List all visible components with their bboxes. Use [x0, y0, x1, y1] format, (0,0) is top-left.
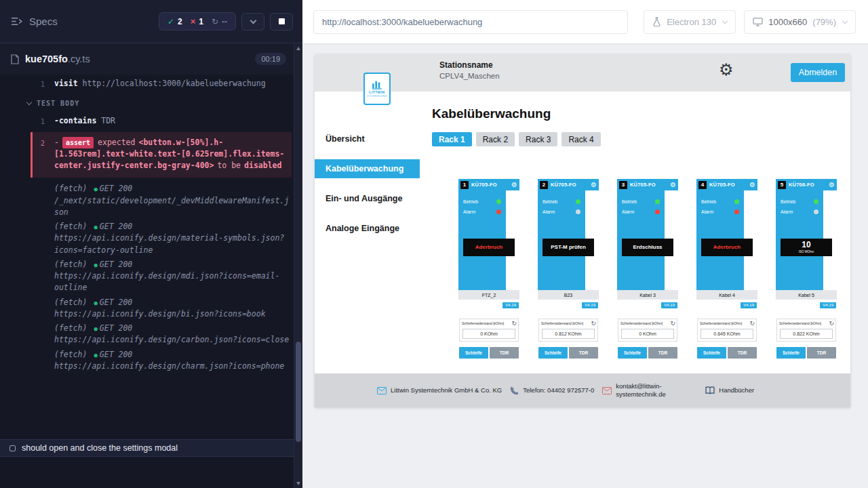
success-dot-icon: ●	[94, 262, 97, 268]
device-model: KÜ705-FO	[471, 182, 497, 188]
sch leife-button[interactable]: Schleife	[697, 347, 726, 359]
stop-icon	[279, 18, 285, 24]
tdr-button[interactable]: TDR	[490, 347, 519, 359]
network-log-row[interactable]: (fetch) ●GET 200 https://api.iconify.des…	[0, 220, 292, 258]
viewport-select[interactable]: 1000x660 (79%)	[744, 10, 856, 34]
logo-text: LITTWIN	[369, 90, 384, 94]
success-dot-icon: ●	[94, 186, 97, 192]
app-preview-area: Stationsname CPLV4_Maschen ⚙ Abmelden LI…	[302, 43, 868, 488]
betrieb-label: Betrieb	[781, 199, 795, 204]
resistance-value: 0.645 KOhm	[701, 329, 753, 339]
failed-count: 1	[199, 17, 203, 26]
tdr-button[interactable]: TDR	[728, 347, 757, 359]
alarm-led	[655, 209, 660, 214]
runner-bottom-fill	[0, 457, 302, 488]
command-log: 1 visit http://localhost:3000/kabelueber…	[0, 75, 302, 439]
browser-select[interactable]: Electron 130	[644, 10, 736, 34]
cross-icon: ×	[191, 16, 196, 26]
sidebar-item-analoge-eingaenge[interactable]: Analoge Eingänge	[315, 214, 420, 243]
fetch-url: https://api.iconify.design/charm.json?ic…	[54, 361, 284, 371]
logo-subtext: SYSTEMTECHNIK	[367, 95, 387, 98]
tdr-button[interactable]: TDR	[807, 347, 836, 359]
device-gear-icon[interactable]: ⚙	[591, 182, 597, 188]
tab-rack-3[interactable]: Rack 3	[519, 132, 557, 146]
next-test-title: should open and close the settings modal	[22, 443, 178, 453]
schleife-button[interactable]: Schleife	[538, 347, 568, 359]
footer-manuals[interactable]: Handbücher	[705, 386, 754, 394]
network-log-row[interactable]: (fetch) ●GET 200 https://api.iconify.des…	[0, 296, 292, 322]
collapse-button[interactable]	[241, 13, 264, 30]
tdr-button[interactable]: TDR	[648, 347, 677, 359]
address-input[interactable]	[313, 10, 628, 34]
footer-email[interactable]: kontakt@littwin-systemtechnik.de	[602, 382, 697, 399]
station-info: Stationsname CPLV4_Maschen	[439, 60, 500, 80]
fetch-tag: (fetch)	[54, 222, 87, 231]
tab-rack-1[interactable]: Rack 1	[432, 132, 472, 146]
logout-button[interactable]: Abmelden	[791, 63, 845, 82]
device-number: 4	[698, 181, 707, 189]
network-log-row[interactable]: (fetch) ●GET 200 https://api.iconify.des…	[0, 258, 292, 296]
device-card: 5 KÜ706-FO ⚙ Betrieb Alarm 10ISO MOhm	[776, 179, 837, 359]
chevron-down-icon	[26, 100, 32, 105]
scroll-down-arrow[interactable]	[294, 479, 302, 488]
runner-header: Specs ✓2 ×1 ↻--	[0, 0, 302, 43]
tdr-button[interactable]: TDR	[569, 347, 598, 359]
tab-rack-2[interactable]: Rack 2	[476, 132, 515, 146]
refresh-icon[interactable]: ↻	[591, 321, 596, 327]
chevron-down-icon	[722, 18, 728, 23]
scroll-up-arrow[interactable]	[294, 43, 302, 53]
tab-rack-4[interactable]: Rack 4	[561, 132, 600, 146]
test-square-icon	[9, 445, 16, 451]
spec-file-row[interactable]: kue705fo.cy.ts 00:19	[0, 43, 302, 75]
scrollbar-thumb[interactable]	[296, 342, 301, 442]
sidebar-item-ein-und-ausgaenge[interactable]: Ein- und Ausgänge	[315, 184, 420, 214]
schleife-button[interactable]: Schleife	[459, 347, 488, 359]
screen: Specs ✓2 ×1 ↻-- kue705fo.cy.ts 00:19 1	[0, 0, 868, 488]
specs-menu[interactable]: Specs	[11, 16, 58, 27]
cypress-runner-panel: Specs ✓2 ×1 ↻-- kue705fo.cy.ts 00:19 1	[0, 0, 302, 488]
visit-command-row[interactable]: 1 visit http://localhost:3000/kabelueber…	[0, 77, 292, 92]
stop-button[interactable]	[270, 13, 293, 30]
runner-scrollbar[interactable]	[294, 43, 302, 488]
network-log-row[interactable]: (fetch) ●GET 200 https://api.iconify.des…	[0, 348, 292, 374]
rack-tabs: Rack 1 Rack 2 Rack 3 Rack 4	[432, 132, 850, 146]
footer-phone[interactable]: Telefon: 04402 972577-0	[510, 386, 594, 395]
fetch-url: https://api.iconify.design/carbon.json?i…	[54, 335, 289, 344]
network-log-row[interactable]: (fetch) ●GET 200 /_next/static/developme…	[0, 182, 292, 220]
failed-assert-row[interactable]: 2 -assertexpected<button.w-[50%].h-[1.56…	[31, 132, 292, 178]
device-gear-icon[interactable]: ⚙	[511, 182, 517, 188]
schleife-button[interactable]: Schleife	[618, 347, 647, 359]
refresh-icon[interactable]: ↻	[749, 321, 755, 327]
spec-timer: 00:19	[255, 53, 286, 65]
network-log-row[interactable]: (fetch) ●GET 200 https://api.iconify.des…	[0, 321, 292, 348]
settings-gear-icon[interactable]: ⚙	[719, 62, 734, 78]
sidebar-item-uebersicht[interactable]: Übersicht	[315, 124, 420, 154]
betrieb-led	[576, 199, 580, 204]
device-gear-icon[interactable]: ⚙	[829, 182, 835, 188]
resistance-section: Schleifenwiderstand [kOhm]↻ 0.822 KOhm	[776, 319, 836, 342]
fetch-method: GET 200	[100, 184, 132, 193]
betrieb-label: Betrieb	[701, 199, 716, 204]
device-card: 3 KÜ705-FO ⚙ Betrieb Alarm Erdschluss	[617, 179, 678, 359]
refresh-icon[interactable]: ↻	[670, 321, 675, 327]
refresh-icon[interactable]: ↻	[829, 321, 834, 327]
sidebar-item-kabelueberwachung[interactable]: Kabelüberwachung	[315, 159, 420, 178]
contains-command-row[interactable]: 1 -contains TDR	[0, 114, 292, 129]
alarm-label: Alarm	[463, 209, 475, 214]
betrieb-label: Betrieb	[622, 199, 637, 204]
alarm-label: Alarm	[622, 209, 634, 214]
test-body-section-header[interactable]: TEST BODY	[0, 92, 292, 114]
fetch-method: GET 200	[100, 298, 132, 307]
device-gear-icon[interactable]: ⚙	[749, 182, 755, 188]
device-model: KÜ705-FO	[551, 182, 576, 188]
test-stats[interactable]: ✓2 ×1 ↻--	[159, 12, 236, 30]
assert-tobe: to be	[217, 161, 241, 170]
fetch-url: https://api.iconify.design/mdi.json?icon…	[54, 271, 279, 292]
refresh-icon[interactable]: ↻	[511, 321, 517, 327]
next-test-row[interactable]: should open and close the settings modal	[0, 439, 302, 457]
schleife-button[interactable]: Schleife	[776, 347, 806, 359]
device-gear-icon[interactable]: ⚙	[670, 182, 676, 188]
specs-label: Specs	[29, 16, 58, 27]
viewport-zoom: (79%)	[812, 17, 836, 27]
footer-company[interactable]: Littwin Systemtechnik GmbH & Co. KG	[377, 386, 502, 394]
